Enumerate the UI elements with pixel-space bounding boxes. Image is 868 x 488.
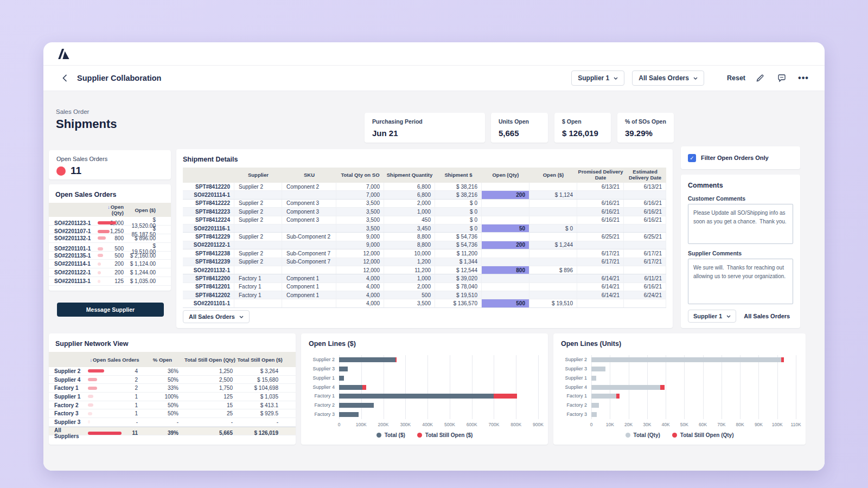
chart-bar[interactable] <box>591 412 597 417</box>
chart-bar[interactable] <box>591 385 665 390</box>
shipment-col-header[interactable]: Promised Delivery Date <box>577 169 624 181</box>
order-open-qty: 200 <box>97 269 128 275</box>
shipment-col-header[interactable]: Shipment Quantity <box>384 172 435 178</box>
col-open-qty[interactable]: ↓Open (Qty) <box>97 204 128 216</box>
supplier-name: Factory 1 <box>49 385 87 391</box>
chart-bar[interactable] <box>591 403 599 408</box>
reset-button[interactable]: Reset <box>727 74 745 82</box>
chart-plot-area: Supplier 2Supplier 3Supplier 1Supplier 4… <box>553 355 806 419</box>
customer-comments-input[interactable]: Please Update all SO/Shipping info as so… <box>688 204 793 244</box>
chart-bar[interactable] <box>339 412 359 417</box>
page-title: Supplier Collaboration <box>77 74 161 82</box>
shipment-row[interactable]: SPT#8412220Supplier 2Component 27,0006,8… <box>183 183 666 191</box>
shipment-row[interactable]: SPT#8412239Supplier 2Sub-Component 712,0… <box>183 258 666 266</box>
open-order-row[interactable]: SO#2201113-1125$ 1,035.00 <box>49 277 171 286</box>
open-order-row[interactable]: SO#2201123-12,000$ 13,520.00 <box>49 217 171 226</box>
supplier-network-row[interactable]: Supplier 11100%125$ 1,035 <box>49 393 296 401</box>
supplier-open-amount: $ 1,035 <box>237 394 283 400</box>
shipment-row[interactable]: SPT#8412238Supplier 2Sub-Component 712,0… <box>183 249 666 258</box>
shipment-col-header[interactable]: Estimated Delivery Date <box>624 169 666 181</box>
edit-pencil-icon[interactable] <box>753 71 767 85</box>
open-order-row[interactable]: SO#2201122-1200$ 1,244.00 <box>49 268 171 277</box>
cell-ship-qty: 8,800 <box>384 241 435 249</box>
legend-item[interactable]: Total Still Open ($) <box>417 432 473 438</box>
supplier-network-row[interactable]: All Suppliers1139%5,665$ 126,019 <box>49 427 296 435</box>
open-order-row[interactable]: SO#2201101-1500$ 19,510.00 <box>49 243 171 252</box>
col-open-dollars[interactable]: Open ($) <box>128 207 160 213</box>
cell-estimated-date: 6/13/21 <box>624 183 666 190</box>
chart-bar[interactable] <box>339 376 344 381</box>
sales-orders-dropdown[interactable]: All Sales Orders <box>632 70 704 86</box>
more-options-icon[interactable]: ••• <box>796 71 810 85</box>
cell-estimated-date: 6/16/21 <box>624 283 666 291</box>
shipment-col-header[interactable]: Shipment $ <box>435 172 482 178</box>
chart-bar[interactable] <box>339 357 397 362</box>
shipment-col-header[interactable]: Total Qty on SO <box>336 172 384 178</box>
customer-comments-label: Customer Comments <box>681 191 800 204</box>
open-order-row[interactable]: SO#2201135-1500$ 2,160.00 <box>49 252 171 260</box>
legend-item[interactable]: Total (Qty) <box>626 432 660 438</box>
chart-bar[interactable] <box>591 376 596 381</box>
col-pct-open[interactable]: % Open <box>142 357 183 363</box>
filter-open-orders-checkbox[interactable]: ✓ <box>688 154 696 162</box>
chart-bar[interactable] <box>339 403 374 408</box>
chart-bar[interactable] <box>339 385 366 390</box>
open-order-row[interactable]: SO#2201132-1800$ 896.00 <box>49 234 171 243</box>
shipment-row[interactable]: SPT#8412201Factory 1Component 14,0002,00… <box>183 283 666 291</box>
shipment-col-header[interactable]: Supplier <box>234 172 282 178</box>
legend-item[interactable]: Total ($) <box>376 432 405 438</box>
shipment-row[interactable]: SPT#8412223Supplier 2Component 33,5001,0… <box>183 208 666 216</box>
cell-ship-dollars: $ 54,736 <box>435 233 482 240</box>
sales-order-row[interactable]: SO#2201101-14,0003,500$ 136,570500$ 19,5… <box>183 299 666 307</box>
shipment-row[interactable]: SPT#8412229Supplier 2Sub-Component 29,00… <box>183 233 666 241</box>
supplier-network-row[interactable]: Factory 2150%15$ 413.1 <box>49 401 296 410</box>
supplier-network-row[interactable]: Factory 1233%1,750$ 104,698 <box>49 384 296 393</box>
supplier-network-row[interactable]: Supplier 4250%2,500$ 15,680 <box>49 376 296 384</box>
shipment-col-header[interactable]: Open ($) <box>529 172 577 178</box>
shipment-row[interactable]: SPT#8412222Supplier 2Component 33,5002,0… <box>183 200 666 208</box>
supplier-network-row[interactable]: Factory 3150%25$ 929.5 <box>49 409 296 418</box>
supplier-dropdown[interactable]: Supplier 1 <box>571 70 624 86</box>
chart-bar[interactable] <box>591 367 605 371</box>
cell-open-dollars <box>529 291 577 299</box>
message-supplier-button[interactable]: Message Supplier <box>57 303 164 317</box>
chart-bar[interactable] <box>591 394 620 399</box>
cell-ship-qty: 450 <box>384 216 435 224</box>
supplier-open-qty: - <box>183 419 237 425</box>
shipment-row[interactable]: SPT#8412202Factory 1Component 14,000500$… <box>183 291 666 299</box>
supplier-network-card: Supplier Network View ↓Open Sales Orders… <box>49 333 296 445</box>
cell-total-qty: 7,000 <box>336 183 384 190</box>
cell-open-qty <box>482 200 529 207</box>
cell-ship-dollars: $ 0 <box>435 216 482 224</box>
open-order-row[interactable]: SO#2201114-1200$ 1,124.00 <box>49 260 171 268</box>
chart-category-label: Supplier 3 <box>301 366 335 371</box>
comment-bubble-icon[interactable] <box>775 71 789 85</box>
gridline <box>472 355 473 419</box>
supplier-comments-input[interactable]: We sure will. Thanks for reaching out al… <box>688 259 793 304</box>
col-total-open-dollars[interactable]: Total Still Open ($) <box>237 357 283 363</box>
open-order-row[interactable]: SO#2201107-11,250$ 85,187.50 <box>49 226 171 234</box>
cell-id: SPT#8412238 <box>183 249 234 257</box>
sales-order-row[interactable]: SO#2201132-112,00011,200$ 12,544800$ 896 <box>183 266 666 274</box>
chart-bar[interactable] <box>591 357 784 362</box>
col-total-open-qty[interactable]: Total Still Open (Qty) <box>183 357 237 363</box>
x-tick-label: 500K <box>444 422 455 427</box>
shipment-orders-dropdown[interactable]: All Sales Orders <box>183 310 250 323</box>
legend-item[interactable]: Total Still Open (Qty) <box>672 432 734 438</box>
chart-bar[interactable] <box>339 367 348 371</box>
shipment-col-header[interactable]: Open (Qty) <box>482 172 529 178</box>
back-button[interactable] <box>58 71 72 85</box>
chart-bar[interactable] <box>339 394 517 399</box>
sales-order-row[interactable]: SO#2201122-19,0008,800$ 54,736200$ 1,244 <box>183 241 666 249</box>
col-open-sales-orders[interactable]: ↓Open Sales Orders <box>87 357 142 363</box>
supplier-network-row[interactable]: Supplier 3---- <box>49 418 296 427</box>
shipment-row[interactable]: SPT#8412224Supplier 2Component 33,500450… <box>183 216 666 224</box>
supplier-open-amount: $ 929.5 <box>237 410 283 416</box>
comments-supplier-dropdown[interactable]: Supplier 1 <box>688 310 736 323</box>
shipment-col-header[interactable]: SKU <box>282 172 336 178</box>
supplier-network-row[interactable]: Supplier 2436%1,250$ 3,264 <box>49 367 296 376</box>
shipment-row[interactable]: SPT#8412200Factory 1Component 14,0001,00… <box>183 274 666 282</box>
legend-dot <box>626 433 630 438</box>
sales-order-row[interactable]: SO#2201116-13,5003,450$ 050$ 0 <box>183 224 666 233</box>
sales-order-row[interactable]: SO#2201114-17,0006,800$ 38,216200$ 1,124 <box>183 191 666 199</box>
